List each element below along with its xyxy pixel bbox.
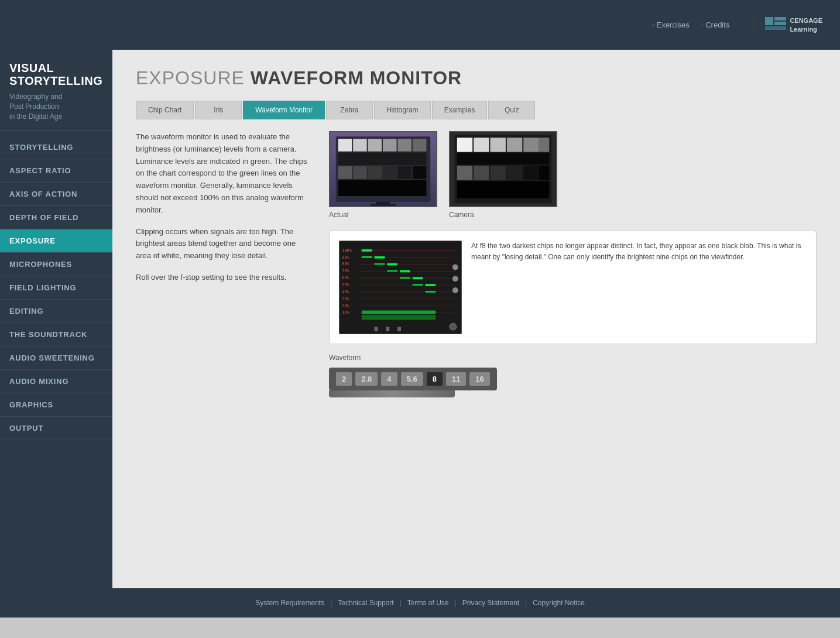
svg-rect-59 — [362, 249, 372, 252]
brand-title: VISUAL STORYTELLING — [9, 61, 103, 87]
footer-divider-3: | — [455, 599, 457, 607]
fstop-selector: 2 2.8 4 5.6 8 11 16 — [329, 368, 497, 390]
exercises-arrow: › — [652, 22, 654, 28]
svg-text:50%: 50% — [342, 283, 349, 287]
footer: System Requirements | Technical Support … — [0, 588, 840, 618]
svg-rect-21 — [370, 204, 396, 206]
svg-rect-11 — [413, 139, 426, 152]
svg-rect-26 — [490, 138, 505, 152]
svg-rect-28 — [523, 138, 539, 152]
fstop-track — [329, 390, 455, 397]
waveform-panel: 100% 90% 80% 70% 60% 50% 40% 30% 20% 10% — [329, 231, 817, 344]
content-area: EXPOSURE WAVEFORM MONITOR Chip Chart Iri… — [112, 50, 840, 588]
actual-image-box — [329, 131, 437, 207]
footer-privacy-statement[interactable]: Privacy Statement — [462, 599, 519, 607]
sidebar-item-audio-sweetening[interactable]: AUDIO SWEETENING — [0, 347, 112, 370]
svg-text:30%: 30% — [342, 297, 349, 301]
actual-image-label: Actual — [329, 211, 348, 219]
svg-rect-7 — [353, 139, 366, 152]
svg-rect-71 — [362, 311, 436, 314]
svg-rect-60 — [362, 256, 372, 258]
svg-rect-10 — [397, 139, 411, 152]
svg-rect-0 — [765, 17, 773, 25]
sidebar-item-field-lighting[interactable]: FIELD LIGHTING — [0, 276, 112, 300]
sidebar-item-editing[interactable]: EDITING — [0, 300, 112, 323]
description-paragraph-1: The waveform monitor is used to evaluate… — [136, 131, 311, 217]
sidebar-item-depth-of-field[interactable]: DEPTH OF FIELD — [0, 206, 112, 229]
sidebar-item-soundtrack[interactable]: THE SOUNDTRACK — [0, 323, 112, 347]
left-column: The waveform monitor is used to evaluate… — [136, 131, 311, 397]
svg-text:90%: 90% — [342, 255, 349, 260]
svg-rect-14 — [353, 166, 366, 179]
sidebar-item-microphones[interactable]: MICROPHONES — [0, 253, 112, 276]
svg-rect-66 — [400, 277, 410, 279]
fstop-btn-2[interactable]: 2 — [336, 372, 352, 386]
fstop-btn-4[interactable]: 4 — [381, 372, 397, 386]
svg-rect-15 — [368, 166, 382, 179]
footer-technical-support[interactable]: Technical Support — [338, 599, 393, 607]
tab-waveform-monitor[interactable]: Waveform Monitor — [243, 101, 325, 119]
credits-nav[interactable]: › Credits — [701, 20, 730, 29]
page-title-bold: WAVEFORM MONITOR — [251, 67, 462, 88]
sidebar-item-exposure[interactable]: EXPOSURE — [0, 229, 112, 253]
fstop-btn-8[interactable]: 8 — [427, 372, 443, 386]
right-column: Actual — [329, 131, 817, 397]
waveform-svg: 100% 90% 80% 70% 60% 50% 40% 30% 20% 10% — [340, 241, 461, 334]
svg-rect-8 — [368, 139, 382, 152]
camera-image-container: Camera — [449, 131, 557, 219]
actual-image-container: Actual — [329, 131, 437, 219]
sidebar-item-aspect-ratio[interactable]: ASPECT RATIO — [0, 159, 112, 183]
content-inner: EXPOSURE WAVEFORM MONITOR Chip Chart Iri… — [112, 50, 840, 588]
sidebar-item-graphics[interactable]: GRAPHICS — [0, 393, 112, 417]
tab-histogram[interactable]: Histogram — [374, 101, 431, 119]
svg-rect-67 — [413, 277, 423, 279]
cengage-logo-icon — [765, 17, 786, 33]
main-layout: VISUAL STORYTELLING Videography andPost … — [0, 50, 840, 588]
camera-image-label: Camera — [449, 211, 474, 219]
fstop-btn-5-6[interactable]: 5.6 — [401, 372, 423, 386]
sidebar-item-axis-of-action[interactable]: AXIS OF ACTION — [0, 183, 112, 206]
svg-text:60%: 60% — [342, 276, 349, 280]
svg-point-79 — [450, 323, 457, 330]
svg-rect-29 — [539, 138, 550, 152]
sidebar-nav: STORYTELLING ASPECT RATIO AXIS OF ACTION… — [0, 131, 112, 445]
svg-rect-35 — [523, 166, 539, 180]
svg-rect-74 — [452, 276, 458, 282]
footer-copyright-notice[interactable]: Copyright Notice — [533, 599, 585, 607]
svg-rect-31 — [457, 166, 472, 180]
svg-rect-16 — [383, 166, 396, 179]
svg-rect-19 — [338, 180, 427, 196]
footer-terms-of-use[interactable]: Terms of Use — [407, 599, 449, 607]
svg-rect-12 — [338, 153, 427, 166]
tab-zebra[interactable]: Zebra — [326, 101, 373, 119]
svg-rect-76 — [375, 327, 378, 331]
sidebar-item-audio-mixing[interactable]: AUDIO MIXING — [0, 370, 112, 393]
waveform-description-text: At f8 the two darkest chips no longer ap… — [471, 241, 807, 263]
fstop-btn-16[interactable]: 16 — [469, 372, 489, 386]
svg-text:100%: 100% — [342, 248, 352, 253]
svg-rect-30 — [457, 153, 550, 165]
tab-iris[interactable]: Iris — [195, 101, 242, 119]
footer-system-requirements[interactable]: System Requirements — [255, 599, 324, 607]
svg-rect-36 — [539, 166, 550, 180]
svg-rect-78 — [397, 327, 401, 331]
svg-rect-33 — [490, 166, 505, 180]
svg-rect-70 — [425, 291, 436, 293]
fstop-btn-2-8[interactable]: 2.8 — [355, 372, 378, 386]
tab-quiz[interactable]: Quiz — [488, 101, 535, 119]
svg-text:70%: 70% — [342, 269, 349, 273]
svg-rect-75 — [452, 287, 458, 293]
fstop-btn-11[interactable]: 11 — [446, 372, 466, 386]
tab-chip-chart[interactable]: Chip Chart — [136, 101, 194, 119]
sidebar-item-output[interactable]: OUTPUT — [0, 417, 112, 440]
credits-arrow: › — [701, 22, 703, 28]
tab-examples[interactable]: Examples — [432, 101, 488, 119]
page-title-light: EXPOSURE — [136, 67, 245, 88]
brand-subtitle: Videography andPost Productionin the Dig… — [9, 92, 103, 121]
actual-chip-chart-svg — [330, 131, 436, 207]
svg-rect-72 — [362, 315, 436, 320]
svg-rect-27 — [507, 138, 522, 152]
exercises-nav[interactable]: › Exercises — [652, 20, 690, 29]
sidebar-item-storytelling[interactable]: STORYTELLING — [0, 136, 112, 159]
svg-rect-9 — [383, 139, 396, 152]
